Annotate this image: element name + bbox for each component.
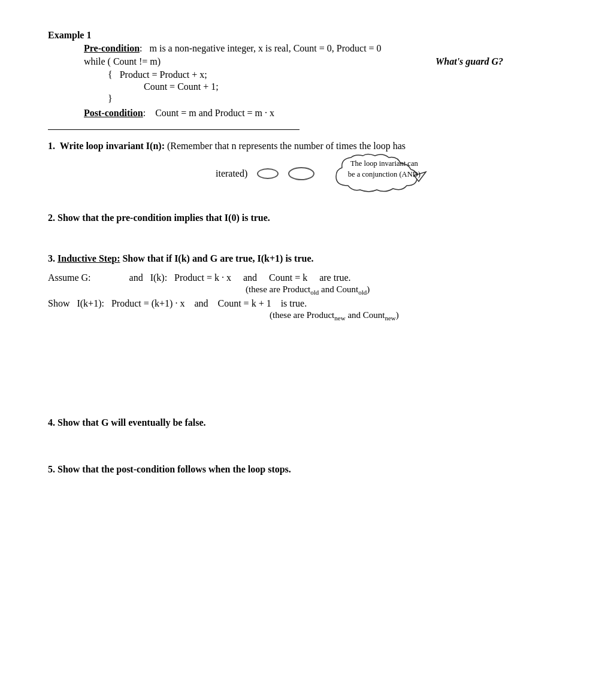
postcondition-label: Post-condition: [84, 108, 143, 118]
while-line: while ( Count != m) What's guard G?: [84, 56, 563, 67]
show-and: and: [194, 298, 208, 308]
q5-text: 5. Show that the post-condition follows …: [48, 464, 563, 475]
postcondition-line: Post-condition: Count = m and Product = …: [84, 108, 563, 119]
whats-guard: What's guard G?: [435, 56, 503, 67]
assume-row: Assume G: and I(k): Product = k · x and …: [48, 272, 563, 283]
assume-product-eq: Product = k · x: [174, 272, 231, 283]
assume-label: Assume G:: [48, 272, 91, 283]
q3-title: 3. Inductive Step: Show that if I(k) and…: [48, 253, 563, 264]
assume-count-eq: Count = k: [269, 272, 307, 283]
code-line2-wrapper: Count = Count + 1;: [144, 81, 563, 92]
while-text: while ( Count != m): [84, 56, 161, 67]
these-are-old: (these are Productold and Countold): [246, 284, 563, 296]
show-ik1: I(k+1):: [77, 298, 104, 308]
these-are-new: (these are Productnew and Countnew): [270, 310, 563, 322]
assume-ik: I(k):: [150, 272, 167, 283]
show-is-true: is true.: [281, 298, 307, 308]
assume-and1: and: [129, 272, 143, 283]
close-brace: }: [108, 93, 563, 104]
page-content: Example 1 Pre-condition: m is a non-nega…: [48, 30, 563, 475]
assume-and2: and: [243, 272, 257, 283]
show-row: Show I(k+1): Product = (k+1) · x and Cou…: [48, 298, 563, 309]
q1-first-line: 1. Write loop invariant I(n): (Remember …: [48, 141, 563, 151]
q1-iterated-line: iterated) The loop invariant can be a co…: [216, 153, 563, 195]
open-brace: { Product = Product + x;: [108, 69, 563, 80]
question-5-section: 5. Show that the post-condition follows …: [48, 464, 563, 475]
cloud-bubble-wrapper: The loop invariant can be a conjunction …: [330, 153, 438, 195]
show-count-eq: Count = k + 1: [218, 298, 271, 308]
q1-paren: (Remember that n represents the number o…: [167, 141, 406, 151]
q1-iterated-text: iterated): [216, 168, 247, 179]
inductive-step-label: Inductive Step:: [58, 253, 120, 263]
cloud-text: The loop invariant can be a conjunction …: [330, 153, 438, 186]
example-title: Example 1: [48, 30, 563, 41]
sub-new-1: new: [334, 314, 345, 322]
example-section: Example 1 Pre-condition: m is a non-nega…: [48, 30, 563, 119]
horizontal-rule: [48, 129, 300, 130]
q1-number-label: 1. Write loop invariant I(n):: [48, 141, 167, 151]
code-line2: Count = Count + 1;: [144, 81, 219, 92]
question-2-section: 2. Show that the pre-condition implies t…: [48, 213, 563, 223]
precondition-line: Pre-condition: m is a non-negative integ…: [84, 43, 563, 54]
sub-new-2: new: [385, 314, 395, 322]
show-label: Show: [48, 298, 69, 308]
question-1-section: 1. Write loop invariant I(n): (Remember …: [48, 141, 563, 195]
sub-old-2: old: [358, 289, 367, 296]
assume-are-true: are true.: [319, 272, 350, 283]
postcondition-text: Count = m and Product = m · x: [155, 108, 274, 118]
q4-text: 4. Show that G will eventually be false.: [48, 417, 563, 428]
sub-old-1: old: [310, 289, 319, 296]
question-4-section: 4. Show that G will eventually be false.: [48, 417, 563, 428]
precondition-colon: :: [140, 43, 149, 53]
small-oval-icon-1: [257, 168, 279, 179]
show-product-eq: Product = (k+1) · x: [111, 298, 184, 308]
q2-text: 2. Show that the pre-condition implies t…: [48, 213, 563, 223]
precondition-text: m is a non-negative integer, x is real, …: [149, 43, 381, 53]
question-3-section: 3. Inductive Step: Show that if I(k) and…: [48, 253, 563, 322]
small-oval-icon-2: [288, 167, 314, 180]
code-line1: Product = Product + x;: [120, 69, 207, 80]
precondition-label: Pre-condition: [84, 43, 140, 53]
